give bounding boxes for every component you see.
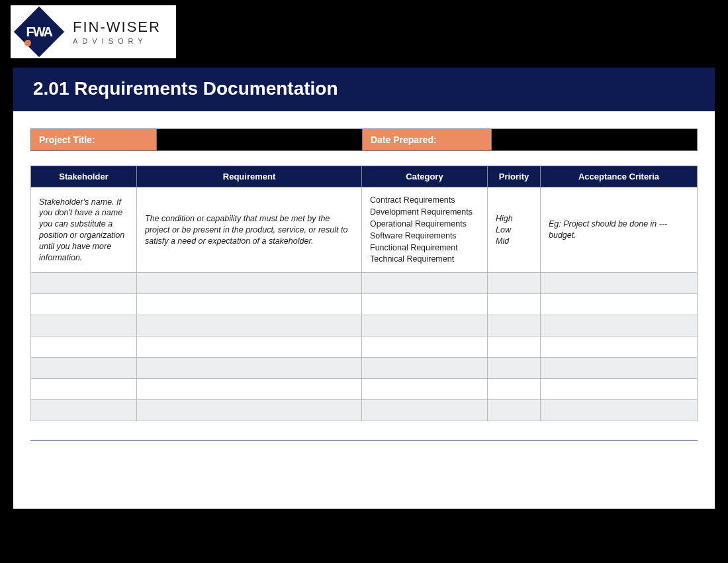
project-title-label: Project Title: bbox=[31, 129, 157, 150]
category-option: Functional Requirement bbox=[370, 242, 479, 254]
header-category: Category bbox=[362, 166, 488, 187]
guidance-requirement: The condition or capability that must be… bbox=[137, 187, 362, 273]
category-option: Technical Requirement bbox=[370, 254, 479, 265]
table-cell[interactable] bbox=[362, 315, 488, 336]
table-cell[interactable] bbox=[488, 400, 541, 421]
table-cell[interactable] bbox=[31, 400, 137, 421]
guidance-acceptance: Eg: Project should be done in --- budget… bbox=[541, 187, 698, 273]
page-title: 2.01 Requirements Documentation bbox=[13, 68, 715, 111]
table-row[interactable] bbox=[31, 273, 698, 294]
table-cell[interactable] bbox=[137, 273, 362, 294]
category-option: Development Requirements bbox=[370, 207, 479, 218]
table-cell[interactable] bbox=[541, 358, 698, 379]
table-cell[interactable] bbox=[31, 273, 137, 294]
content-area: Project Title: Date Prepared: Stakeholde… bbox=[13, 111, 715, 509]
requirements-table: Stakeholder Requirement Category Priorit… bbox=[30, 166, 698, 421]
table-row[interactable] bbox=[31, 400, 698, 421]
table-cell[interactable] bbox=[362, 379, 488, 400]
logo-mark-text: FWA bbox=[26, 25, 52, 40]
table-cell[interactable] bbox=[31, 294, 137, 315]
logo-strip: FWA FIN-WISER ADVISORY bbox=[0, 0, 728, 61]
table-cell[interactable] bbox=[362, 273, 488, 294]
table-row[interactable] bbox=[31, 379, 698, 400]
logo-line2: ADVISORY bbox=[73, 37, 161, 45]
table-row[interactable] bbox=[31, 315, 698, 336]
table-cell[interactable] bbox=[31, 336, 137, 358]
header-requirement: Requirement bbox=[137, 166, 362, 187]
project-title-value[interactable] bbox=[157, 129, 363, 150]
logo-text: FIN-WISER ADVISORY bbox=[73, 19, 161, 45]
table-cell[interactable] bbox=[541, 379, 698, 400]
table-cell[interactable] bbox=[137, 336, 362, 358]
table-cell[interactable] bbox=[362, 400, 488, 421]
table-cell[interactable] bbox=[137, 315, 362, 336]
date-prepared-value[interactable] bbox=[492, 129, 697, 150]
header-stakeholder: Stakeholder bbox=[31, 166, 137, 187]
table-row[interactable] bbox=[31, 358, 698, 379]
guidance-category: Contract RequirementsDevelopment Require… bbox=[362, 187, 488, 273]
table-cell[interactable] bbox=[137, 400, 362, 421]
table-cell[interactable] bbox=[31, 315, 137, 336]
table-cell[interactable] bbox=[137, 358, 362, 379]
table-cell[interactable] bbox=[362, 294, 488, 315]
logo: FWA FIN-WISER ADVISORY bbox=[11, 5, 176, 58]
date-prepared-label: Date Prepared: bbox=[363, 129, 492, 150]
priority-option: Mid bbox=[496, 236, 532, 247]
logo-line1: FIN-WISER bbox=[73, 19, 161, 36]
table-cell[interactable] bbox=[488, 379, 541, 400]
table-cell[interactable] bbox=[488, 273, 541, 294]
meta-row: Project Title: Date Prepared: bbox=[30, 128, 698, 151]
footer-rule bbox=[30, 440, 698, 440]
table-cell[interactable] bbox=[488, 336, 541, 358]
table-cell[interactable] bbox=[362, 336, 488, 358]
table-cell[interactable] bbox=[31, 358, 137, 379]
logo-mark-icon: FWA bbox=[14, 7, 64, 57]
category-option: Operational Requirements bbox=[370, 219, 479, 230]
table-cell[interactable] bbox=[541, 273, 698, 294]
header-priority: Priority bbox=[488, 166, 541, 187]
category-option: Contract Requirements bbox=[370, 195, 479, 206]
table-cell[interactable] bbox=[362, 358, 488, 379]
table-cell[interactable] bbox=[488, 315, 541, 336]
requirements-tbody: Stakeholder's name. If you don't have a … bbox=[31, 187, 698, 421]
priority-option: Low bbox=[496, 225, 532, 236]
table-row[interactable] bbox=[31, 294, 698, 315]
header-acceptance: Acceptance Criteria bbox=[541, 166, 698, 187]
category-option: Software Requirements bbox=[370, 230, 479, 242]
table-row[interactable] bbox=[31, 336, 698, 358]
table-cell[interactable] bbox=[541, 294, 698, 315]
guidance-row: Stakeholder's name. If you don't have a … bbox=[31, 187, 698, 273]
table-cell[interactable] bbox=[137, 379, 362, 400]
table-cell[interactable] bbox=[541, 336, 698, 358]
table-cell[interactable] bbox=[541, 400, 698, 421]
guidance-stakeholder: Stakeholder's name. If you don't have a … bbox=[31, 187, 137, 273]
table-cell[interactable] bbox=[488, 294, 541, 315]
table-cell[interactable] bbox=[541, 315, 698, 336]
table-cell[interactable] bbox=[31, 379, 137, 400]
table-cell[interactable] bbox=[488, 358, 541, 379]
priority-option: High bbox=[496, 213, 532, 225]
table-cell[interactable] bbox=[137, 294, 362, 315]
guidance-priority: HighLowMid bbox=[488, 187, 541, 273]
